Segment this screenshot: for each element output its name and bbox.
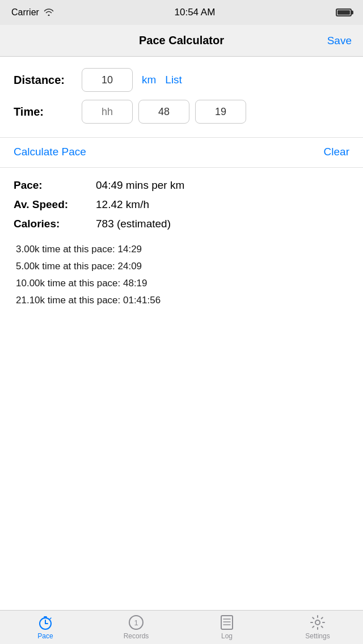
tab-pace[interactable]: Pace [0,612,91,642]
pace-label: Pace: [14,179,96,192]
main-content: Distance: km List Time: Calculate Pace C… [0,57,363,610]
tab-log[interactable]: Log [182,612,272,642]
wifi-icon [44,8,54,18]
tab-records[interactable]: 1 Records [91,612,182,642]
time-row: Time: [14,100,349,124]
calories-row: Calories: 783 (estimated) [14,218,349,230]
time-ss-input[interactable] [195,100,246,124]
projection-10k: 10.00k time at this pace: 48:19 [14,278,349,289]
svg-rect-3 [44,616,47,618]
pace-value: 04:49 mins per km [96,179,184,192]
log-icon [219,615,235,630]
calculate-pace-button[interactable]: Calculate Pace [14,146,86,158]
distance-row: Distance: km List [14,68,349,92]
clear-button[interactable]: Clear [324,146,349,158]
save-button[interactable]: Save [327,35,352,47]
input-section: Distance: km List Time: [0,57,363,138]
tab-bar: Pace 1 Records Log Settings [0,610,363,644]
status-bar-left: Carrier [11,7,54,18]
calories-label: Calories: [14,218,96,230]
status-bar: Carrier 10:54 AM [0,0,363,25]
records-icon: 1 [128,615,144,630]
tab-settings[interactable]: Settings [272,612,363,642]
list-button[interactable]: List [165,74,182,86]
action-row: Calculate Pace Clear [0,138,363,168]
svg-point-9 [315,620,320,625]
unit-button[interactable]: km [142,74,156,86]
carrier-label: Carrier [11,7,39,18]
projection-3k: 3.00k time at this pace: 14:29 [14,244,349,255]
projection-5k: 5.00k time at this pace: 24:09 [14,261,349,272]
projection-21k: 21.10k time at this pace: 01:41:56 [14,295,349,306]
distance-input[interactable] [82,68,133,92]
time-mm-input[interactable] [138,100,189,124]
nav-bar: Pace Calculator Save [0,25,363,57]
results-section: Pace: 04:49 mins per km Av. Speed: 12.42… [0,168,363,330]
tab-pace-label: Pace [37,632,53,640]
records-badge: 1 [129,615,143,630]
stopwatch-icon [37,615,53,630]
speed-row: Av. Speed: 12.42 km/h [14,198,349,211]
tab-records-label: Records [124,632,149,640]
svg-rect-5 [221,616,233,629]
pace-row: Pace: 04:49 mins per km [14,179,349,192]
distance-label: Distance: [14,74,82,87]
battery-icon [336,9,352,16]
speed-label: Av. Speed: [14,198,96,211]
tab-log-label: Log [221,632,233,640]
gear-icon [310,615,326,630]
status-bar-time: 10:54 AM [175,7,216,18]
time-hh-input[interactable] [82,100,133,124]
tab-settings-label: Settings [305,632,330,640]
time-label: Time: [14,105,82,118]
svg-line-4 [50,618,51,619]
nav-title: Pace Calculator [139,34,224,47]
projections: 3.00k time at this pace: 14:29 5.00k tim… [14,237,349,319]
calories-value: 783 (estimated) [96,218,171,230]
speed-value: 12.42 km/h [96,198,149,211]
status-bar-right [336,9,352,16]
time-fields [82,100,246,124]
